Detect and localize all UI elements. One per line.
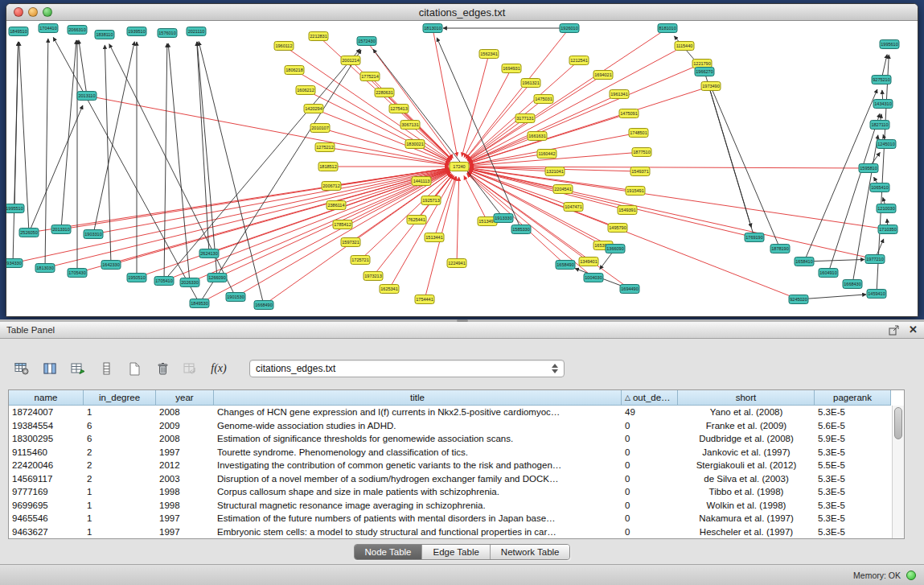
graph-node[interactable]: 2386114 xyxy=(326,201,346,210)
graph-edge[interactable] xyxy=(111,170,449,265)
graph-node[interactable]: 2010107 xyxy=(310,124,330,133)
graph-node[interactable]: 1606212 xyxy=(296,86,315,95)
graph-node[interactable]: 1047471 xyxy=(564,203,583,212)
graph-node[interactable]: 1572430 xyxy=(357,37,376,46)
scrollbar-thumb[interactable] xyxy=(894,407,902,439)
graph-edge[interactable] xyxy=(469,86,711,163)
graph-edge[interactable] xyxy=(469,64,702,163)
graph-node[interactable]: 1934330 xyxy=(6,259,23,268)
tab-node-table[interactable]: Node Table xyxy=(355,545,422,559)
float-panel-icon[interactable] xyxy=(889,325,899,336)
graph-node[interactable]: 1901530 xyxy=(226,293,245,302)
graph-node[interactable]: 2026330 xyxy=(180,278,199,287)
graph-node[interactable]: 1495790 xyxy=(608,224,627,233)
graph-edge[interactable] xyxy=(704,72,751,228)
graph-node[interactable]: 1441113 xyxy=(412,177,431,186)
graph-node[interactable]: 9245020 xyxy=(789,295,808,304)
graph-node[interactable]: 1748501 xyxy=(629,129,648,138)
minimize-window-icon[interactable] xyxy=(28,7,38,17)
graph-node[interactable]: 1913330 xyxy=(494,214,513,223)
graph-node[interactable]: 2013110 xyxy=(77,92,97,101)
graph-node[interactable]: 1704410 xyxy=(39,24,58,33)
graph-edge[interactable] xyxy=(799,295,866,299)
column-header-out-de-[interactable]: △out_de… xyxy=(622,390,678,406)
graph-node[interactable]: 1705410 xyxy=(154,277,174,286)
row-height-icon[interactable] xyxy=(96,359,117,378)
edit-table-icon[interactable] xyxy=(68,359,88,378)
graph-node[interactable]: 1224941 xyxy=(447,259,466,268)
graph-node[interactable]: 1849530 xyxy=(190,299,209,308)
close-panel-icon[interactable]: ✕ xyxy=(909,325,918,335)
graph-node[interactable]: 1849510 xyxy=(9,27,28,36)
graph-edge[interactable] xyxy=(93,42,134,234)
graph-node[interactable]: 1115440 xyxy=(675,42,694,51)
graph-edge[interactable] xyxy=(467,118,525,160)
graph-node[interactable]: 1366090 xyxy=(606,245,625,253)
graph-edge[interactable] xyxy=(470,169,875,259)
graph-edge[interactable] xyxy=(61,40,76,229)
graph-edge[interactable] xyxy=(468,173,630,289)
graph-node[interactable]: 1245010 xyxy=(877,140,896,149)
graph-node[interactable]: 1658490 xyxy=(556,261,575,270)
graph-node[interactable]: 1694490 xyxy=(620,285,639,294)
graph-node[interactable]: 8181010 xyxy=(658,24,677,33)
graph-node[interactable]: 1668430 xyxy=(843,280,862,289)
graph-node[interactable]: 2066310 xyxy=(68,26,87,35)
graph-node[interactable]: 1926010 xyxy=(560,24,579,33)
graph-node[interactable]: 1604910 xyxy=(819,269,838,278)
graph-node[interactable]: 1625341 xyxy=(380,285,399,294)
graph-node[interactable]: 1475091 xyxy=(619,109,639,118)
graph-node[interactable]: 1513441 xyxy=(425,233,444,242)
graph-node[interactable]: 2280631 xyxy=(375,89,394,97)
graph-node[interactable]: 1754441 xyxy=(415,295,434,304)
graph-node[interactable]: 1725721 xyxy=(351,256,370,265)
graph-node[interactable]: 1004030 xyxy=(584,274,603,282)
column-header-year[interactable]: year xyxy=(156,390,214,406)
graph-node[interactable]: 1878190 xyxy=(770,245,790,253)
graph-node[interactable]: 2013310 xyxy=(51,225,71,234)
delete-table-icon[interactable] xyxy=(152,359,173,378)
show-columns-icon[interactable] xyxy=(39,359,60,378)
graph-node[interactable]: 1210030 xyxy=(877,204,896,213)
table-row[interactable]: 1830029562008Estimation of significance … xyxy=(9,432,904,446)
graph-node[interactable]: 1973213 xyxy=(363,272,383,281)
graph-edge[interactable] xyxy=(199,50,361,303)
graph-edge[interactable] xyxy=(804,89,877,262)
graph-node[interactable]: 1950510 xyxy=(127,274,146,282)
graph-node[interactable]: 1562341 xyxy=(479,50,499,59)
graph-edge[interactable] xyxy=(708,81,780,249)
graph-edge[interactable] xyxy=(45,169,449,268)
table-row[interactable]: 2242004622012Investigating the contribut… xyxy=(9,459,904,472)
graph-node[interactable]: 1961341 xyxy=(610,90,629,99)
graph-node[interactable]: 1915491 xyxy=(626,187,645,196)
graph-node[interactable]: 1939510 xyxy=(127,27,146,36)
graph-node[interactable]: 1549371 xyxy=(630,167,650,176)
graph-edge[interactable] xyxy=(314,109,450,163)
graph-node[interactable]: 1694931 xyxy=(502,64,521,73)
tab-edge-table[interactable]: Edge Table xyxy=(421,545,489,559)
tab-network-table[interactable]: Network Table xyxy=(490,545,570,559)
network-table-selector[interactable]: citations_edges.txt xyxy=(249,360,565,377)
table-row[interactable]: 946362711997Embryonic stem cells: a mode… xyxy=(9,525,904,539)
table-row[interactable]: 911546021997Tourette syndrome. Phenomeno… xyxy=(9,446,904,459)
graph-node[interactable]: 2001214 xyxy=(341,56,360,65)
graph-node[interactable]: 1785412 xyxy=(333,220,352,229)
graph-node[interactable]: 1769190 xyxy=(745,233,764,242)
graph-edge[interactable] xyxy=(469,171,615,249)
graph-node[interactable]: 1597321 xyxy=(341,238,360,247)
table-row[interactable]: 977716911998Corpus callosum shape and si… xyxy=(9,485,904,499)
graph-node[interactable]: 1549391 xyxy=(618,206,637,215)
column-header-name[interactable]: name xyxy=(9,390,84,406)
graph-node[interactable]: 1434310 xyxy=(873,100,893,109)
graph-node[interactable]: 2526050 xyxy=(19,229,39,237)
graph-node[interactable]: 1642330 xyxy=(101,261,121,270)
column-header-in-degree[interactable]: in_degree xyxy=(84,390,156,406)
graph-node[interactable]: 2021110 xyxy=(187,27,206,36)
graph-node[interactable]: 1595810 xyxy=(859,164,878,173)
graph-edge[interactable] xyxy=(457,177,459,263)
citation-network-graph[interactable]: 1960112180621816062121420294201010712752… xyxy=(6,22,918,316)
graph-node[interactable]: 1995610 xyxy=(880,40,899,49)
graph-node[interactable]: 3177131 xyxy=(515,114,535,123)
graph-node[interactable]: 2624130 xyxy=(199,249,219,258)
table-row[interactable]: 1872400712008Changes of HCN gene express… xyxy=(9,406,904,419)
